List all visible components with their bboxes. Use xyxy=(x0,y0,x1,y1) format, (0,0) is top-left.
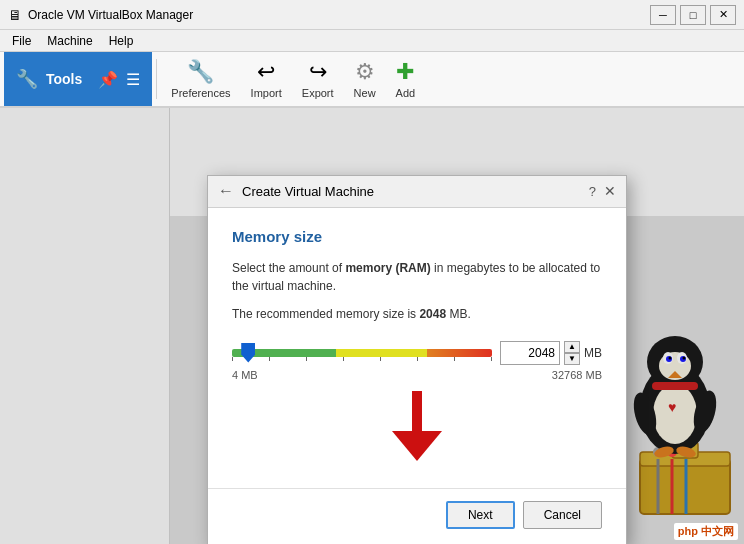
memory-unit-label: MB xyxy=(584,346,602,360)
preferences-button[interactable]: 🔧 Preferences xyxy=(161,55,240,103)
dialog-back-button[interactable]: ← xyxy=(218,182,234,200)
add-label: Add xyxy=(396,87,416,99)
dialog-section-title: Memory size xyxy=(232,228,602,245)
php-watermark: php 中文网 xyxy=(674,523,738,540)
dialog-help-button[interactable]: ? xyxy=(589,184,596,199)
menu-help[interactable]: Help xyxy=(101,32,142,50)
import-label: Import xyxy=(251,87,282,99)
memory-value-input[interactable] xyxy=(500,341,560,365)
import-icon: ↩ xyxy=(257,59,275,85)
spin-down-button[interactable]: ▼ xyxy=(564,353,580,365)
dialog-description: Select the amount of memory (RAM) in meg… xyxy=(232,259,602,295)
maximize-button[interactable]: □ xyxy=(680,5,706,25)
create-vm-dialog: ← Create Virtual Machine ? ✕ Memory size… xyxy=(207,175,627,545)
next-button[interactable]: Next xyxy=(446,501,515,529)
window-controls: ─ □ ✕ xyxy=(650,5,736,25)
dialog-recommendation: The recommended memory size is 2048 MB. xyxy=(232,307,602,321)
export-label: Export xyxy=(302,87,334,99)
sidebar xyxy=(0,108,170,544)
window-icon: 🖥 xyxy=(8,7,22,23)
memory-input-group: ▲ ▼ MB xyxy=(500,341,602,365)
import-button[interactable]: ↩ Import xyxy=(241,55,292,103)
menu-file[interactable]: File xyxy=(4,32,39,50)
spin-up-button[interactable]: ▲ xyxy=(564,341,580,353)
new-button[interactable]: ⚙ New xyxy=(344,55,386,103)
menu-machine[interactable]: Machine xyxy=(39,32,100,50)
dialog-buttons: Next Cancel xyxy=(208,488,626,545)
memory-slider-wrapper xyxy=(232,341,492,365)
window-title: Oracle VM VirtualBox Manager xyxy=(28,8,650,22)
dialog-content: Memory size Select the amount of memory … xyxy=(208,208,626,488)
menu-bar: File Machine Help xyxy=(0,30,744,52)
slider-container: ▲ ▼ MB 4 MB 32768 MB xyxy=(232,341,602,381)
export-icon: ↪ xyxy=(309,59,327,85)
close-button[interactable]: ✕ xyxy=(710,5,736,25)
pin-icon[interactable]: 📌 xyxy=(98,70,118,89)
toolbar-tools-section: 🔧 Tools 📌 ☰ xyxy=(4,52,152,106)
slider-max-label: 32768 MB xyxy=(552,369,602,381)
new-label: New xyxy=(354,87,376,99)
minimize-button[interactable]: ─ xyxy=(650,5,676,25)
next-arrow-indicator xyxy=(387,391,447,464)
new-icon: ⚙ xyxy=(355,59,375,85)
memory-spinner: ▲ ▼ xyxy=(564,341,580,365)
dialog-title: Create Virtual Machine xyxy=(242,184,589,199)
list-icon[interactable]: ☰ xyxy=(126,70,140,89)
svg-marker-27 xyxy=(392,431,442,461)
arrow-container xyxy=(232,391,602,464)
preferences-icon: 🔧 xyxy=(187,59,214,85)
slider-min-label: 4 MB xyxy=(232,369,258,381)
content-area: ♥ ← Create Virtual Machine ? ✕ Memory si… xyxy=(170,108,744,544)
tools-label: Tools xyxy=(46,71,82,87)
title-bar: 🖥 Oracle VM VirtualBox Manager ─ □ ✕ xyxy=(0,0,744,30)
add-icon: ✚ xyxy=(396,59,414,85)
toolbar: 🔧 Tools 📌 ☰ 🔧 Preferences ↩ Import ↪ Exp… xyxy=(0,52,744,108)
preferences-label: Preferences xyxy=(171,87,230,99)
main-area: ♥ ← Create Virtual Machine ? ✕ Memory si… xyxy=(0,108,744,544)
dialog-titlebar: ← Create Virtual Machine ? ✕ xyxy=(208,176,626,208)
slider-row: ▲ ▼ MB xyxy=(232,341,602,365)
slider-labels: 4 MB 32768 MB xyxy=(232,369,602,381)
toolbar-separator xyxy=(156,59,157,99)
dialog-backdrop: ← Create Virtual Machine ? ✕ Memory size… xyxy=(170,216,744,544)
tools-icon: 🔧 xyxy=(16,68,38,90)
export-button[interactable]: ↪ Export xyxy=(292,55,344,103)
add-button[interactable]: ✚ Add xyxy=(386,55,426,103)
dialog-close-button[interactable]: ✕ xyxy=(604,183,616,199)
cancel-button[interactable]: Cancel xyxy=(523,501,602,529)
